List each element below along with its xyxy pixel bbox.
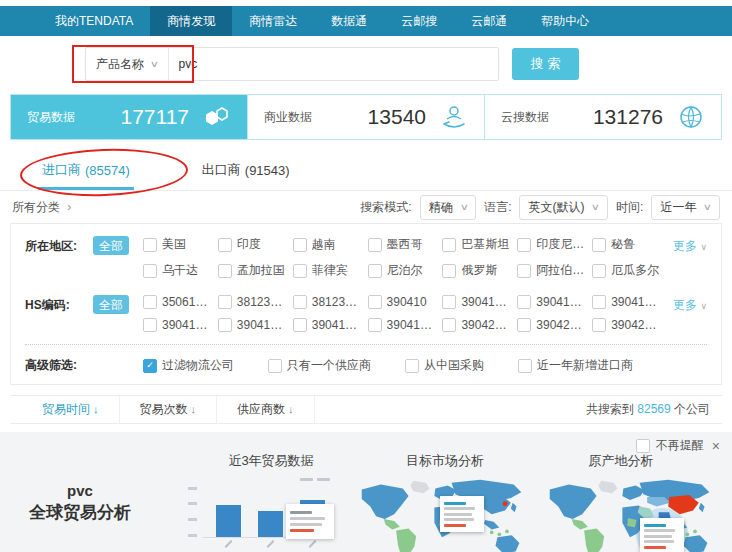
nav-item-data-link[interactable]: 数据通 [314, 6, 384, 36]
hs-option[interactable]: ✓38123990 [293, 295, 364, 309]
stat-cloud-search-data[interactable]: 云搜数据 131276 [484, 95, 721, 139]
search-button[interactable]: 搜 索 [512, 48, 579, 80]
hs-option[interactable]: ✓35061000 [143, 295, 214, 309]
region-option[interactable]: ✓尼泊尔 [368, 262, 439, 279]
region-option[interactable]: ✓阿拉伯联合... [517, 262, 588, 279]
checkbox[interactable]: ✓ [368, 264, 382, 278]
checkbox[interactable]: ✓ [442, 264, 456, 278]
stat-trade-data[interactable]: 贸易数据 177117 [11, 95, 247, 139]
column-title-3yr-trade-data: 近3年贸易数据 [196, 452, 346, 470]
checkbox[interactable]: ✓ [268, 359, 282, 373]
checkbox[interactable]: ✓ [368, 238, 382, 252]
advanced-option-single-supplier[interactable]: ✓只有一个供应商 [268, 357, 371, 374]
checkbox[interactable]: ✓ [218, 295, 232, 309]
hs-option[interactable]: ✓39041020 [143, 318, 214, 332]
sort-by-supplier-count[interactable]: 供应商数↓ [217, 396, 315, 423]
caret-right-icon: › [67, 200, 71, 214]
checkbox[interactable]: ✓ [293, 264, 307, 278]
checkbox[interactable]: ✓ [293, 295, 307, 309]
hs-all-button[interactable]: 全部 [93, 295, 129, 314]
mini-bar-chart[interactable] [186, 478, 332, 550]
checkbox[interactable]: ✓ [442, 238, 456, 252]
checkbox[interactable]: ✓ [218, 318, 232, 332]
advanced-option-filter-logistics[interactable]: ✓过滤物流公司 [143, 357, 234, 374]
origin-map[interactable] [540, 476, 720, 552]
nav-item-cloud-mail-search[interactable]: 云邮搜 [384, 6, 454, 36]
checkbox[interactable]: ✓ [293, 318, 307, 332]
stat-label: 云搜数据 [501, 109, 549, 126]
nav-item-cloud-mail[interactable]: 云邮通 [454, 6, 524, 36]
hs-option[interactable]: ✓39041099 [368, 318, 439, 332]
time-select[interactable]: 近一年 ∨ [651, 195, 720, 220]
dont-remind-checkbox[interactable]: ✓ [636, 439, 650, 453]
checkbox[interactable]: ✓ [293, 238, 307, 252]
checkbox[interactable]: ✓ [143, 359, 157, 373]
checkbox[interactable]: ✓ [218, 264, 232, 278]
checkbox[interactable]: ✓ [143, 318, 157, 332]
analysis-title-text: 全球贸易分析 [18, 501, 142, 524]
target-market-map[interactable] [352, 476, 532, 552]
checkbox[interactable]: ✓ [592, 238, 606, 252]
hs-option[interactable]: ✓39041010 [592, 295, 663, 309]
nav-item-business-discovery[interactable]: 商情发现 [150, 6, 232, 36]
checkbox[interactable]: ✓ [592, 295, 606, 309]
hs-option[interactable]: ✓39041000 [442, 295, 513, 309]
advanced-option-new-importers[interactable]: ✓近一年新增进口商 [518, 357, 633, 374]
hs-option[interactable]: ✓38123900 [218, 295, 289, 309]
checkbox[interactable]: ✓ [405, 359, 419, 373]
language-select[interactable]: 英文(默认) ∨ [519, 195, 608, 220]
tab-importers[interactable]: 进口商 (85574) [42, 150, 130, 190]
hs-option[interactable]: ✓39042200 [442, 318, 513, 332]
region-option[interactable]: ✓孟加拉国 [218, 262, 289, 279]
checkbox[interactable]: ✓ [517, 238, 531, 252]
region-all-button[interactable]: 全部 [93, 236, 129, 255]
region-option[interactable]: ✓墨西哥 [368, 236, 439, 253]
checkbox[interactable]: ✓ [592, 318, 606, 332]
hs-option[interactable]: ✓39042220 [592, 318, 663, 332]
checkbox[interactable]: ✓ [592, 264, 606, 278]
checkbox[interactable]: ✓ [143, 295, 157, 309]
checkbox[interactable]: ✓ [368, 295, 382, 309]
all-categories-link[interactable]: 所有分类 › [12, 199, 71, 216]
hs-option[interactable]: ✓39041003 [517, 295, 588, 309]
region-option[interactable]: ✓越南 [293, 236, 364, 253]
region-option[interactable]: ✓菲律宾 [293, 262, 364, 279]
region-option[interactable]: ✓印度尼西亚 [517, 236, 588, 253]
region-option[interactable]: ✓巴基斯坦 [442, 236, 513, 253]
checkbox[interactable]: ✓ [517, 264, 531, 278]
sort-by-trade-time[interactable]: 贸易时间↓ [22, 396, 120, 423]
checkbox[interactable]: ✓ [442, 295, 456, 309]
nav-item-help-center[interactable]: 帮助中心 [524, 6, 606, 36]
region-option[interactable]: ✓厄瓜多尔 [592, 262, 663, 279]
checkbox[interactable]: ✓ [517, 295, 531, 309]
search-category-select[interactable]: 产品名称 ∨ [86, 48, 169, 80]
region-option[interactable]: ✓印度 [218, 236, 289, 253]
hs-more-link[interactable]: 更多 ∨ [663, 295, 707, 314]
checkbox[interactable]: ✓ [518, 359, 532, 373]
region-option[interactable]: ✓俄罗斯 [442, 262, 513, 279]
tab-exporters[interactable]: 出口商 (91543) [202, 150, 290, 190]
nav-item-my-tendata[interactable]: 我的TENDATA [38, 6, 150, 36]
search-input[interactable] [169, 48, 498, 80]
checkbox[interactable]: ✓ [368, 318, 382, 332]
hs-option[interactable]: ✓390410 [368, 295, 439, 309]
region-option[interactable]: ✓美国 [143, 236, 214, 253]
checkbox[interactable]: ✓ [442, 318, 456, 332]
stat-business-data[interactable]: 商业数据 13540 [247, 95, 484, 139]
region-option[interactable]: ✓秘鲁 [592, 236, 663, 253]
sort-by-trade-count[interactable]: 贸易次数↓ [120, 396, 218, 423]
region-more-link[interactable]: 更多 ∨ [663, 236, 707, 255]
hs-option[interactable]: ✓39041090 [218, 318, 289, 332]
checkbox[interactable]: ✓ [218, 238, 232, 252]
x-tick-label [225, 540, 233, 548]
search-mode-select[interactable]: 精确 ∨ [420, 195, 477, 220]
checkbox[interactable]: ✓ [143, 264, 157, 278]
nav-item-business-radar[interactable]: 商情雷达 [232, 6, 314, 36]
hs-option[interactable]: ✓39042201 [517, 318, 588, 332]
hs-option[interactable]: ✓39041092 [293, 318, 364, 332]
checkbox[interactable]: ✓ [143, 238, 157, 252]
checkbox[interactable]: ✓ [517, 318, 531, 332]
advanced-option-buy-from-china[interactable]: ✓从中国采购 [405, 357, 484, 374]
region-option[interactable]: ✓乌干达 [143, 262, 214, 279]
close-icon[interactable]: × [712, 438, 720, 454]
